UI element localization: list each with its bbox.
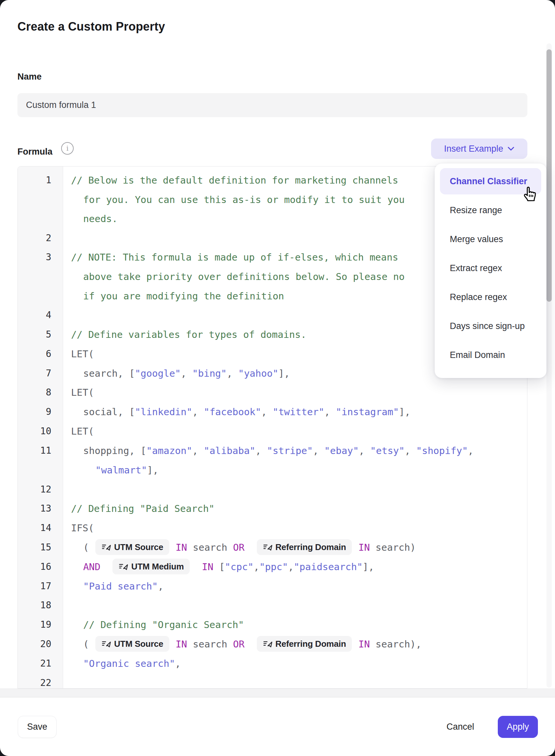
code-row: 10LET( [18, 422, 527, 441]
line-number: 18 [18, 596, 51, 615]
field-token-label: Referring Domain [275, 634, 346, 653]
code-row: 20( UTM Source IN search OR Referring Do… [18, 635, 527, 654]
code-content: search, ["google", "bing", "yahoo"], [83, 364, 290, 383]
chevron-down-icon [507, 147, 515, 151]
code-content: LET( [71, 422, 94, 441]
code-content: needs. [83, 209, 118, 228]
code-row: 13// Defining "Paid Search" [18, 499, 527, 518]
field-token-icon [263, 639, 272, 649]
line-number: 17 [18, 577, 51, 596]
field-token-chip[interactable]: UTM Medium [113, 559, 190, 574]
code-content: "walmart"], [95, 461, 159, 480]
code-content: social, ["linkedin", "facebook", "twitte… [83, 402, 410, 422]
code-row: 16AND UTM Medium IN ["cpc","ppc","paidse… [18, 557, 527, 576]
field-token-chip[interactable]: Referring Domain [257, 636, 352, 652]
line-number: 1 [18, 171, 51, 190]
line-number: 11 [18, 441, 51, 460]
code-row: 22 [18, 673, 527, 688]
menu-item-merge-values[interactable]: Merge values [440, 226, 541, 252]
line-number: 10 [18, 422, 51, 441]
line-number: 2 [18, 229, 51, 248]
code-row: 8LET( [18, 383, 527, 402]
field-token-chip[interactable]: UTM Source [95, 636, 169, 652]
name-input[interactable] [17, 93, 527, 117]
line-number: 20 [18, 635, 51, 654]
insert-example-button[interactable]: Insert Example [431, 138, 527, 159]
line-number: 21 [18, 654, 51, 673]
line-number: 16 [18, 557, 51, 576]
code-content: // Below is the default definition for m… [71, 171, 398, 190]
line-number: 6 [18, 345, 51, 363]
field-token-icon [118, 562, 128, 571]
line-number: 19 [18, 615, 51, 634]
code-content: "Paid search", [83, 577, 163, 596]
field-token-label: Referring Domain [275, 538, 346, 557]
line-number: 15 [18, 538, 51, 557]
menu-item-extract-regex[interactable]: Extract regex [440, 255, 541, 281]
code-content: AND UTM Medium IN ["cpc","ppc","paidsear… [83, 557, 374, 576]
code-content: LET( [71, 345, 94, 363]
name-label: Name [17, 72, 42, 82]
field-token-icon [263, 542, 272, 552]
line-number: 5 [18, 325, 51, 344]
apply-button[interactable]: Apply [498, 716, 538, 738]
code-content: shopping, ["amazon", "alibaba", "stripe"… [83, 441, 473, 460]
menu-item-days-since-sign-up[interactable]: Days since sign-up [440, 313, 541, 339]
code-row: 17"Paid search", [18, 577, 527, 596]
line-number: 8 [18, 383, 51, 402]
code-row: 21"Organic search", [18, 654, 527, 673]
line-number: 4 [18, 306, 51, 325]
code-content: if you are modifying the definition [83, 286, 284, 306]
code-row: 15( UTM Source IN search OR Referring Do… [18, 538, 527, 557]
modal-scrollbar-thumb[interactable] [547, 49, 552, 302]
field-token-label: UTM Source [114, 538, 163, 557]
scroll-cutoff-band [0, 688, 555, 698]
field-token-chip[interactable]: UTM Source [95, 539, 169, 555]
save-button[interactable]: Save [18, 716, 56, 738]
line-number: 12 [18, 480, 51, 499]
code-content: // NOTE: This formula is made up of if-e… [71, 248, 398, 267]
code-content: ( UTM Source IN search OR Referring Doma… [83, 538, 416, 557]
code-row: 12 [18, 480, 527, 499]
code-content: for you. You can use this as-is or modif… [83, 190, 405, 209]
code-content: LET( [71, 383, 94, 402]
field-token-chip[interactable]: Referring Domain [257, 539, 352, 555]
line-number: 14 [18, 518, 51, 538]
line-number: 7 [18, 364, 51, 383]
screen: Create a Custom Property Name Formula i … [0, 0, 555, 756]
code-row: 19// Defining "Organic Search" [18, 615, 527, 634]
cursor-pointer [520, 183, 540, 204]
formula-label: Formula [17, 147, 53, 157]
line-number: 9 [18, 402, 51, 422]
menu-item-email-domain[interactable]: Email Domain [440, 342, 541, 368]
line-number: 22 [18, 673, 51, 688]
code-row: 9social, ["linkedin", "facebook", "twitt… [18, 402, 527, 422]
field-token-icon [101, 639, 111, 649]
cancel-button[interactable]: Cancel [437, 716, 483, 738]
code-row: 11shopping, ["amazon", "alibaba", "strip… [18, 441, 527, 460]
code-row: "walmart"], [18, 461, 527, 480]
code-content: above take priority over definitions bel… [83, 267, 405, 286]
code-content: ( UTM Source IN search OR Referring Doma… [83, 635, 422, 654]
code-content: // Defining "Organic Search" [83, 615, 244, 634]
line-number: 13 [18, 499, 51, 518]
line-number: 3 [18, 248, 51, 267]
info-icon[interactable]: i [61, 142, 74, 155]
code-row: 14IFS( [18, 518, 527, 538]
insert-example-label: Insert Example [444, 144, 503, 154]
code-content: // Defining "Paid Search" [71, 499, 215, 518]
code-content: IFS( [71, 518, 94, 538]
field-token-label: UTM Source [114, 634, 163, 653]
field-token-icon [101, 542, 111, 552]
menu-item-replace-regex[interactable]: Replace regex [440, 284, 541, 310]
create-custom-property-modal: Create a Custom Property Name Formula i … [0, 0, 555, 756]
page-title: Create a Custom Property [17, 20, 165, 34]
field-token-label: UTM Medium [131, 557, 184, 576]
code-content: "Organic search", [83, 654, 181, 673]
code-content: // Define variables for types of domains… [71, 325, 306, 344]
code-row: 18 [18, 596, 527, 615]
